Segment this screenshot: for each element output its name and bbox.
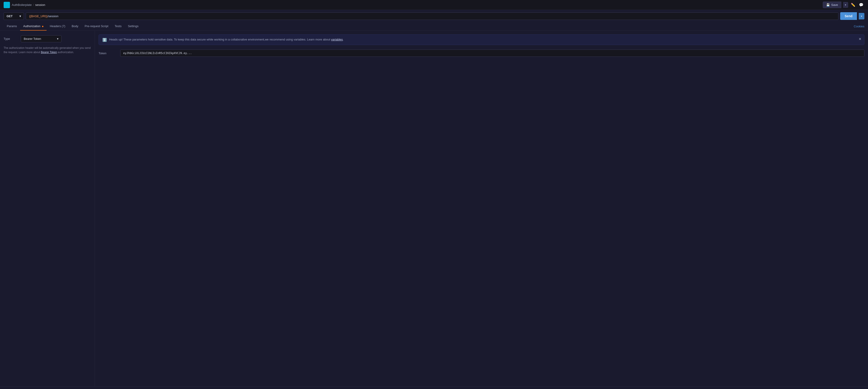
- tab-params[interactable]: Params: [4, 22, 20, 31]
- tab-body-label: Body: [72, 24, 79, 28]
- svg-rect-0: [5, 3, 6, 5]
- response-tab-body[interactable]: Body: [4, 387, 17, 389]
- send-button[interactable]: Send: [840, 12, 857, 20]
- tab-settings[interactable]: Settings: [125, 22, 142, 31]
- method-select[interactable]: GET ▾: [4, 12, 24, 20]
- auth-desc-suffix: authorization.: [58, 51, 74, 54]
- breadcrumb-current: session: [35, 3, 45, 6]
- url-path: /session: [48, 14, 59, 18]
- save-icon: 💾: [826, 3, 830, 6]
- response-tab-test-results[interactable]: Test Results: [55, 387, 78, 389]
- save-button[interactable]: 💾 Save: [823, 2, 841, 8]
- method-chevron-icon: ▾: [20, 14, 21, 18]
- token-input[interactable]: [120, 50, 864, 57]
- response-tabs-bar: Body Cookies Headers (8) Test Results 🌐 …: [0, 387, 868, 389]
- cookies-link[interactable]: Cookies: [854, 25, 864, 28]
- left-panel: Type Bearer Token ▾ The authorization he…: [0, 31, 95, 386]
- tab-authorization[interactable]: Authorization: [20, 22, 47, 31]
- breadcrumb-parent[interactable]: AuthBoilerplate: [12, 3, 32, 6]
- save-dropdown-button[interactable]: ▾: [843, 2, 848, 8]
- tab-settings-label: Settings: [128, 24, 138, 28]
- svg-rect-2: [5, 5, 6, 7]
- authorization-dot: [42, 26, 43, 27]
- edit-icon[interactable]: ✏️: [850, 2, 856, 8]
- auth-type-row: Type Bearer Token ▾: [4, 35, 91, 42]
- svg-rect-1: [7, 3, 8, 5]
- top-bar: AuthBoilerplate / session 💾 Save ▾ ✏️ 💬: [0, 0, 868, 10]
- breadcrumb-sep: /: [33, 3, 34, 6]
- method-label: GET: [6, 14, 13, 18]
- alert-box: ℹ️ Heads up! These parameters hold sensi…: [98, 34, 864, 45]
- alert-message: Heads up! These parameters hold sensitiv…: [109, 38, 330, 41]
- breadcrumb: AuthBoilerplate / session: [12, 3, 45, 6]
- tab-body[interactable]: Body: [68, 22, 82, 31]
- save-label: Save: [831, 3, 838, 6]
- variables-link[interactable]: variables: [331, 38, 343, 41]
- tab-authorization-label: Authorization: [23, 24, 40, 28]
- top-bar-right: 💾 Save ▾ ✏️ 💬: [823, 2, 864, 8]
- url-bar: GET ▾ {{BASE_URI}}/session Send ▾: [0, 10, 868, 22]
- tab-tests[interactable]: Tests: [112, 22, 125, 31]
- main-content: Type Bearer Token ▾ The authorization he…: [0, 31, 868, 386]
- response-tab-cookies[interactable]: Cookies: [17, 387, 34, 389]
- alert-close-button[interactable]: ✕: [859, 37, 862, 41]
- comment-icon[interactable]: 💬: [858, 2, 864, 8]
- svg-rect-3: [7, 5, 8, 7]
- top-bar-left: AuthBoilerplate / session: [4, 2, 45, 8]
- info-icon: ℹ️: [102, 38, 107, 42]
- right-panel: ℹ️ Heads up! These parameters hold sensi…: [95, 31, 868, 386]
- send-dropdown-button[interactable]: ▾: [859, 13, 864, 20]
- app-logo: [4, 2, 10, 8]
- response-area: Body Cookies Headers (8) Test Results 🌐 …: [0, 386, 868, 389]
- token-label: Token: [98, 52, 117, 55]
- tab-headers-label: Headers (7): [50, 24, 65, 28]
- tab-pre-request-label: Pre-request Script: [85, 24, 108, 28]
- response-tab-headers[interactable]: Headers (8): [34, 387, 56, 389]
- tab-headers[interactable]: Headers (7): [46, 22, 68, 31]
- alert-text: Heads up! These parameters hold sensitiv…: [109, 37, 344, 42]
- type-label: Type: [4, 37, 17, 40]
- request-tabs-bar: Params Authorization Headers (7) Body Pr…: [0, 22, 868, 31]
- tab-pre-request[interactable]: Pre-request Script: [82, 22, 112, 31]
- tab-params-label: Params: [7, 24, 17, 28]
- alert-suffix: .: [343, 38, 344, 41]
- token-row: Token: [98, 50, 864, 57]
- url-input[interactable]: {{BASE_URI}}/session: [26, 12, 838, 20]
- auth-type-value: Bearer Token: [24, 37, 41, 40]
- auth-type-select[interactable]: Bearer Token ▾: [21, 35, 61, 42]
- bearer-token-link[interactable]: Bearer Token: [41, 51, 57, 54]
- url-base: {{BASE_URI}}: [29, 14, 48, 18]
- auth-type-chevron-icon: ▾: [57, 37, 59, 40]
- tab-tests-label: Tests: [115, 24, 121, 28]
- auth-description: The authorization header will be automat…: [4, 46, 91, 55]
